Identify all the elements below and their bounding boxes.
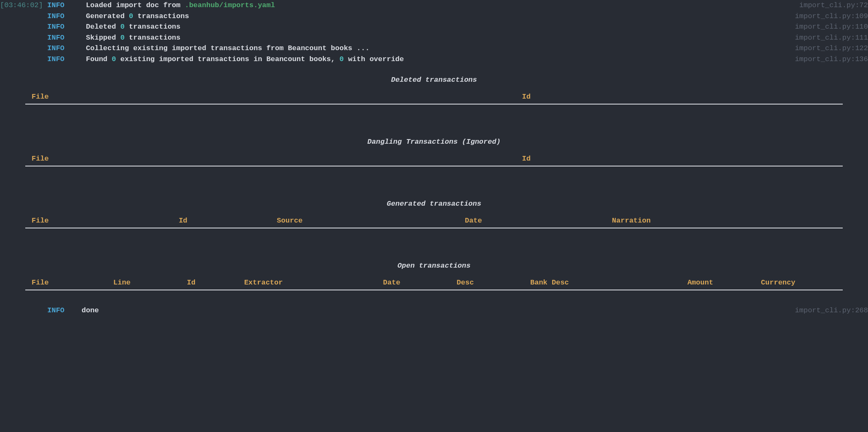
table-header-deleted: File Id	[25, 90, 843, 105]
log-source: import_cli.py:109	[795, 11, 868, 22]
table-col-id: Id	[181, 277, 238, 288]
table-body-generated	[25, 228, 843, 250]
timestamp: [03:46:02]	[0, 1, 43, 9]
table-col-date: Date	[459, 215, 606, 226]
log-line: [03:46:02] INFO Generated 0 transactions…	[0, 11, 868, 22]
log-source: import_cli.py:136	[795, 54, 868, 65]
log-source: import_cli.py:111	[795, 32, 868, 43]
log-source: import_cli.py:268	[795, 305, 868, 316]
table-col-id: Id	[516, 153, 843, 164]
section-title-deleted: Deleted transactions	[0, 75, 868, 86]
table-col-extractor: Extractor	[238, 277, 377, 288]
log-left: [03:46:02] INFO Found 0 existing importe…	[0, 54, 795, 65]
log-line: [03:46:02] INFO Found 0 existing importe…	[0, 54, 868, 65]
log-source: import_cli.py:110	[795, 21, 868, 32]
log-level: INFO	[47, 12, 64, 20]
log-level: INFO	[47, 1, 64, 9]
log-left: [03:46:02] INFO Loaded import doc from .…	[0, 0, 799, 11]
log-left: [03:46:02] INFO Collecting existing impo…	[0, 43, 795, 54]
table-body-dangling	[25, 166, 843, 188]
log-left: [03:46:02] INFO Skipped 0 transactions	[0, 32, 795, 43]
table-header-dangling: File Id	[25, 152, 843, 167]
table-header-open: File Line Id Extractor Date Desc Bank De…	[25, 276, 843, 291]
log-msg-done: done	[82, 306, 99, 314]
table-col-source: Source	[270, 215, 458, 226]
table-col-file: File	[25, 91, 516, 102]
log-left: [03:46:02] INFO Deleted 0 transactions	[0, 21, 795, 32]
section-title-dangling: Dangling Transactions (Ignored)	[0, 137, 868, 148]
log-source: import_cli.py:72	[799, 0, 868, 11]
log-left: [03:46:02] INFO Generated 0 transactions	[0, 11, 795, 22]
log-level: INFO	[47, 55, 64, 63]
table-col-bank-desc: Bank Desc	[524, 277, 687, 288]
table-col-file: File	[25, 153, 516, 164]
table-col-amount: Amount	[687, 277, 761, 288]
log-line: [03:46:02] INFO Collecting existing impo…	[0, 43, 868, 54]
table-header-generated: File Id Source Date Narration	[25, 214, 843, 229]
log-level: INFO	[47, 23, 64, 31]
table-col-narration: Narration	[606, 215, 843, 226]
log-level: INFO	[47, 44, 64, 52]
table-body-deleted	[25, 105, 843, 126]
log-line: [03:46:02] INFO Loaded import doc from .…	[0, 0, 868, 11]
log-line-done: [03:46:02] INFO done import_cli.py:268	[0, 305, 868, 316]
table-col-id: Id	[172, 215, 270, 226]
table-col-id: Id	[516, 91, 843, 102]
table-col-desc: Desc	[450, 277, 524, 288]
log-left: [03:46:02] INFO done	[0, 305, 795, 316]
table-col-line: Line	[107, 277, 181, 288]
terminal-output: [03:46:02] INFO Loaded import doc from .…	[0, 0, 868, 316]
log-line: [03:46:02] INFO Skipped 0 transactions i…	[0, 32, 868, 43]
table-col-file: File	[25, 215, 172, 226]
table-col-date: Date	[377, 277, 451, 288]
section-title-open: Open transactions	[0, 260, 868, 271]
log-source: import_cli.py:122	[795, 43, 868, 54]
log-line: [03:46:02] INFO Deleted 0 transactions i…	[0, 21, 868, 32]
table-body-open	[25, 290, 843, 305]
log-level: INFO	[47, 34, 64, 42]
table-col-file: File	[25, 277, 107, 288]
log-msg: Loaded import doc from	[86, 1, 185, 9]
table-col-currency: Currency	[761, 277, 843, 288]
log-msg-highlight: .beanhub/imports.yaml	[185, 1, 275, 9]
section-title-generated: Generated transactions	[0, 199, 868, 209]
log-level: INFO	[47, 306, 64, 314]
